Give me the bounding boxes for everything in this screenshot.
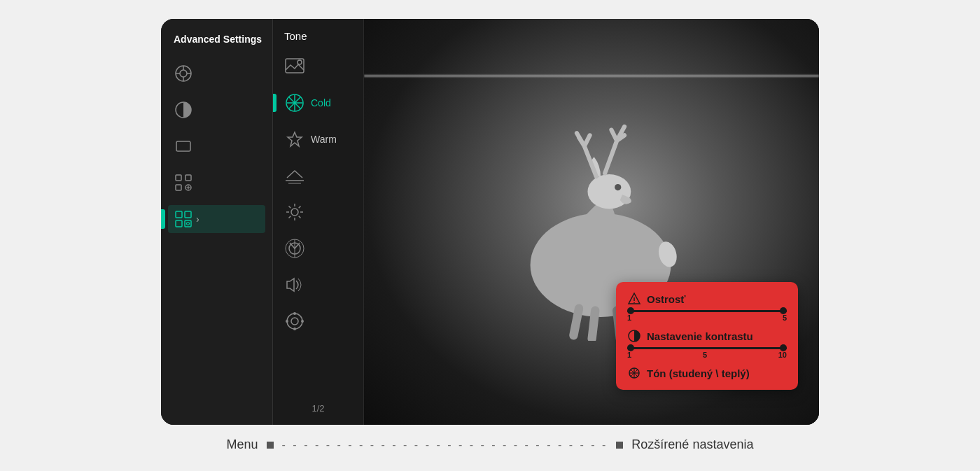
contrast-dot-start bbox=[627, 344, 634, 351]
settings-icon bbox=[284, 311, 305, 332]
nav-advanced-label: Rozšírené nastavenia bbox=[631, 437, 753, 452]
svg-point-1 bbox=[180, 70, 187, 77]
cold-tone-icon bbox=[284, 92, 305, 113]
svg-point-28 bbox=[291, 209, 298, 216]
tone-label-tooltip: Tón (studený \ teplý) bbox=[647, 367, 750, 379]
nav-dot-left bbox=[267, 442, 274, 449]
slider-dot-start bbox=[627, 307, 634, 314]
sharpness-min: 1 bbox=[627, 314, 631, 322]
sidebar-title: Advanced Settings bbox=[168, 33, 265, 45]
svg-point-51 bbox=[634, 302, 635, 304]
sidebar-item-contrast[interactable] bbox=[168, 96, 265, 124]
svg-rect-15 bbox=[185, 211, 191, 218]
landscape-icon bbox=[284, 56, 305, 77]
warning-icon bbox=[627, 292, 641, 306]
svg-point-43 bbox=[293, 328, 296, 330]
svg-point-48 bbox=[615, 184, 621, 190]
contrast-icon-tooltip bbox=[627, 329, 641, 343]
sidebar-icons: › bbox=[168, 59, 265, 233]
svg-rect-16 bbox=[176, 220, 182, 227]
tone-item-cold[interactable]: Cold bbox=[279, 90, 358, 116]
sharpness-label: Ostrosť bbox=[647, 293, 686, 305]
warm-label: Warm bbox=[311, 134, 337, 145]
signal-icon bbox=[284, 238, 305, 259]
contrast-slider: 1 5 10 bbox=[627, 347, 787, 359]
slider-dot-end bbox=[780, 307, 787, 314]
contrast-track bbox=[627, 347, 787, 349]
nav-dashes: - - - - - - - - - - - - - - - - - - - - … bbox=[282, 439, 608, 451]
svg-line-36 bbox=[289, 216, 291, 218]
contrast-dot-end bbox=[780, 344, 787, 351]
sharpness-labels: 1 5 bbox=[627, 314, 787, 322]
tone-item-settings[interactable] bbox=[279, 308, 358, 335]
sidebar: Advanced Settings bbox=[161, 19, 273, 425]
svg-point-40 bbox=[291, 318, 298, 325]
tone-item-image[interactable] bbox=[279, 53, 358, 80]
nav-dot-right bbox=[616, 442, 623, 449]
contrast-min: 1 bbox=[627, 351, 631, 359]
svg-rect-8 bbox=[176, 175, 181, 181]
thermal-line bbox=[364, 75, 819, 77]
contrast-mid: 5 bbox=[703, 351, 707, 359]
sharpness-slider: 1 5 bbox=[627, 310, 787, 322]
sharpness-row: Ostrosť bbox=[627, 292, 787, 306]
sidebar-item-pattern[interactable] bbox=[168, 169, 265, 197]
svg-rect-17 bbox=[185, 220, 191, 227]
camera-view: Ostrosť 1 5 bbox=[364, 19, 819, 425]
tone-item-horizon[interactable] bbox=[279, 162, 358, 189]
warm-tone-icon bbox=[284, 129, 305, 150]
sidebar-item-grid[interactable]: › bbox=[168, 205, 265, 233]
sound-icon bbox=[284, 274, 305, 295]
pattern-icon bbox=[174, 173, 193, 192]
svg-line-34 bbox=[299, 216, 301, 218]
thermal-background: Ostrosť 1 5 bbox=[364, 19, 819, 425]
contrast-row: Nastavenie kontrastu bbox=[627, 329, 787, 343]
svg-rect-7 bbox=[176, 141, 190, 151]
tooltip-popup: Ostrosť 1 5 bbox=[616, 282, 798, 390]
chevron-right-icon: › bbox=[196, 213, 200, 225]
sharpness-max: 5 bbox=[783, 314, 787, 322]
contrast-label: Nastavenie kontrastu bbox=[647, 330, 753, 342]
horizon-icon bbox=[284, 165, 305, 186]
nav-menu-label: Menu bbox=[227, 437, 258, 452]
svg-point-20 bbox=[298, 60, 302, 64]
sidebar-item-rectangle[interactable] bbox=[168, 132, 265, 160]
active-indicator bbox=[161, 209, 165, 229]
contrast-labels: 1 5 10 bbox=[627, 351, 787, 359]
tone-panel: Tone bbox=[273, 19, 364, 425]
app-wrapper: Advanced Settings bbox=[161, 19, 819, 452]
svg-point-45 bbox=[301, 320, 304, 323]
cold-active-bar bbox=[273, 94, 276, 112]
display-icon bbox=[174, 64, 193, 83]
page-indicator: 1/2 bbox=[279, 395, 358, 414]
tone-item-sound[interactable] bbox=[279, 272, 358, 298]
tone-title: Tone bbox=[279, 30, 358, 42]
tone-item-signal[interactable] bbox=[279, 235, 358, 262]
svg-point-44 bbox=[286, 320, 288, 323]
tone-row: Tón (studený \ teplý) bbox=[627, 366, 787, 380]
svg-point-41 bbox=[287, 314, 302, 329]
tone-icon-tooltip bbox=[627, 366, 641, 380]
svg-rect-14 bbox=[176, 211, 182, 218]
device-frame: Advanced Settings bbox=[161, 19, 819, 425]
bottom-nav: Menu - - - - - - - - - - - - - - - - - -… bbox=[227, 437, 754, 452]
rectangle-icon bbox=[174, 136, 193, 156]
svg-line-33 bbox=[289, 206, 291, 209]
svg-point-18 bbox=[187, 223, 190, 225]
tone-item-brightness[interactable] bbox=[279, 199, 358, 225]
contrast-icon bbox=[174, 100, 193, 120]
tone-icons: Cold Warm bbox=[279, 53, 358, 335]
svg-rect-9 bbox=[186, 175, 191, 181]
grid-icon bbox=[174, 209, 193, 229]
svg-line-35 bbox=[299, 206, 301, 209]
contrast-max: 10 bbox=[778, 351, 787, 359]
tone-item-warm[interactable]: Warm bbox=[279, 126, 358, 153]
sidebar-item-display[interactable] bbox=[168, 59, 265, 87]
brightness-icon bbox=[284, 202, 305, 223]
svg-rect-10 bbox=[176, 185, 181, 190]
svg-point-42 bbox=[293, 312, 296, 315]
cold-label: Cold bbox=[311, 97, 331, 108]
sharpness-track bbox=[627, 310, 787, 312]
